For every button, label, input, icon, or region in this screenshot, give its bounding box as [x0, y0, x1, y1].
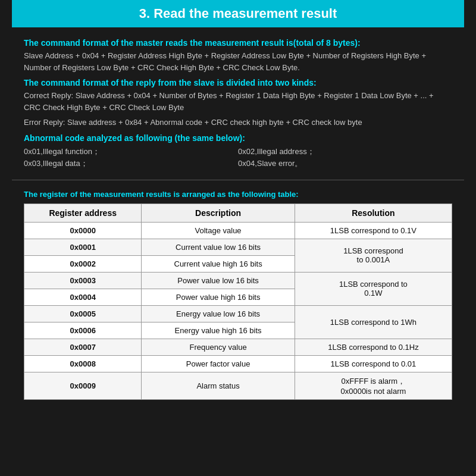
- register-description: Power value high 16 bits: [142, 289, 295, 305]
- section3-header: Abnormal code analyzed as following (the…: [24, 133, 452, 143]
- register-description: Voltage value: [142, 222, 295, 239]
- section1-body: Slave Address + 0x04 + Register Address …: [24, 50, 452, 73]
- table-row: 0x0003Power value low 16 bits1LSB corres…: [24, 272, 452, 289]
- register-resolution: 1LSB correspond to 0.01: [295, 355, 452, 372]
- register-description: Current value high 16 bits: [142, 255, 295, 272]
- abnormal-code-1-right: 0x04,Slave error。: [238, 158, 452, 169]
- register-description: Energy value low 16 bits: [142, 305, 295, 322]
- register-address: 0x0004: [24, 289, 142, 305]
- register-address: 0x0009: [24, 372, 142, 399]
- section2-header: The command format of the reply from the…: [24, 78, 452, 87]
- register-address: 0x0001: [24, 239, 142, 255]
- table-row: 0x0000Voltage value1LSB correspond to 0.…: [24, 222, 452, 239]
- table-row: 0x0007Frequency value1LSB correspond to …: [24, 339, 452, 355]
- register-description: Alarm status: [142, 372, 295, 399]
- register-description: Energy value high 16 bits: [142, 322, 295, 339]
- register-resolution: 1LSB correspond to 0.1V: [295, 222, 452, 239]
- section2-correct: Correct Reply: Slave Address + 0x04 + Nu…: [24, 90, 452, 113]
- register-description: Current value low 16 bits: [142, 239, 295, 255]
- register-address: 0x0002: [24, 255, 142, 272]
- table-row: 0x0008Power factor value1LSB correspond …: [24, 355, 452, 372]
- col-header-address: Register address: [24, 203, 142, 222]
- register-description: Frequency value: [142, 339, 295, 355]
- table-intro: The register of the measurement results …: [24, 190, 452, 199]
- col-header-resolution: Resolution: [295, 203, 452, 222]
- register-description: Power value low 16 bits: [142, 272, 295, 289]
- register-address: 0x0005: [24, 305, 142, 322]
- abnormal-code-0-right: 0x02,Illegal address；: [238, 146, 452, 157]
- register-address: 0x0006: [24, 322, 142, 339]
- register-address: 0x0000: [24, 222, 142, 239]
- register-resolution: 1LSB correspond to 0.1Hz: [295, 339, 452, 355]
- register-description: Power factor value: [142, 355, 295, 372]
- abnormal-code-0-left: 0x01,Illegal function；: [24, 146, 238, 157]
- register-resolution: 1LSB correspond to 0.001A: [295, 239, 452, 272]
- register-address: 0x0008: [24, 355, 142, 372]
- register-address: 0x0007: [24, 339, 142, 355]
- page-title: 3. Read the measurement result: [12, 0, 464, 27]
- register-resolution: 1LSB correspond to 1Wh: [295, 305, 452, 339]
- table-row: 0x0001Current value low 16 bits1LSB corr…: [24, 239, 452, 255]
- register-resolution: 0xFFFF is alarm， 0x0000is not alarm: [295, 372, 452, 399]
- section2-error: Error Reply: Slave address + 0x84 + Abno…: [24, 117, 452, 129]
- abnormal-code-1-left: 0x03,Illegal data；: [24, 158, 238, 169]
- register-address: 0x0003: [24, 272, 142, 289]
- section1-header: The command format of the master reads t…: [24, 38, 452, 48]
- table-row: 0x0005Energy value low 16 bits1LSB corre…: [24, 305, 452, 322]
- col-header-description: Description: [142, 203, 295, 222]
- register-resolution: 1LSB correspond to 0.1W: [295, 272, 452, 305]
- measurement-table: Register address Description Resolution …: [24, 203, 452, 400]
- table-row: 0x0009Alarm status0xFFFF is alarm， 0x000…: [24, 372, 452, 399]
